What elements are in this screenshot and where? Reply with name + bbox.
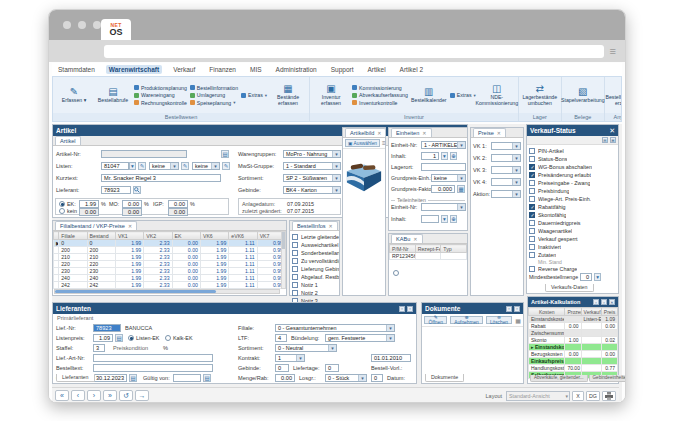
dokumente-öffnen-button[interactable]: ✎ Öffnen bbox=[424, 316, 447, 324]
layout-select[interactable]: Standard-Ansicht bbox=[506, 391, 570, 401]
einheit-nr-select[interactable]: 1 - ARTIKELEINH... bbox=[421, 141, 466, 149]
tab-filialbestand[interactable]: Filialbestand / VKP-Preise✕ bbox=[55, 221, 137, 230]
nav-first-button[interactable]: « bbox=[55, 390, 69, 401]
tab-kabu[interactable]: KABu✕ bbox=[391, 234, 423, 243]
menu-item-administration[interactable]: Administration bbox=[273, 65, 320, 74]
verkaufs-daten-button[interactable]: Verkaufs-Daten bbox=[545, 284, 594, 292]
checkbox[interactable] bbox=[529, 266, 535, 272]
steuer-r2v2-field[interactable]: 0.00 bbox=[122, 208, 142, 216]
calculator-icon[interactable]: ▦ bbox=[457, 185, 465, 193]
lieferant-field[interactable]: 78923 bbox=[101, 186, 131, 194]
menu-icon[interactable]: ≡ bbox=[382, 140, 386, 146]
gebinde-select[interactable]: BK4 - Karton bbox=[283, 186, 341, 194]
status-item-skontofähig[interactable]: Skontofähig bbox=[527, 211, 618, 219]
column-header-filiale[interactable]: Filiale bbox=[59, 232, 87, 240]
menu-item-artikel[interactable]: Artikel bbox=[365, 65, 389, 74]
te-einheit-select[interactable] bbox=[421, 203, 466, 211]
status-item-zutaten[interactable]: Zutaten bbox=[527, 251, 618, 259]
checkbox[interactable] bbox=[529, 196, 535, 202]
checkbox[interactable] bbox=[292, 274, 298, 280]
steuer-v1-field[interactable]: 1.99 bbox=[79, 200, 99, 208]
auswaehlen-button[interactable]: ▣ Auswählen bbox=[345, 139, 380, 147]
column-header-rezept-fert-[interactable]: Rezept-Fert. bbox=[415, 245, 441, 253]
menu-item-stammdaten[interactable]: Stammdaten bbox=[55, 65, 98, 74]
kalk-row-einkaufspreis[interactable]: Einkaufspreis bbox=[529, 358, 618, 365]
close-tab-icon[interactable]: ✕ bbox=[497, 130, 501, 136]
add-icon[interactable]: ⊕ bbox=[450, 152, 457, 160]
status-item-pin-artikel[interactable]: PIN-Artikel bbox=[527, 147, 618, 155]
lief-art-field[interactable] bbox=[93, 354, 213, 362]
tab-bestellinfos[interactable]: Bestellinfos✕ bbox=[292, 221, 338, 230]
gueltig-von-field[interactable] bbox=[173, 374, 201, 382]
column-header-prozent[interactable]: Prozent bbox=[565, 308, 581, 316]
spinner-icon[interactable]: ▾ bbox=[594, 273, 601, 281]
bestellinfo-item-zu-vervollständigen[interactable]: Zu vervollständigen bbox=[290, 257, 339, 265]
unit-button[interactable]: ▾ bbox=[441, 215, 448, 223]
ribbon-button-bestände-erfassen[interactable]: ▦Bestände erfassen bbox=[270, 84, 306, 106]
column-header-kosten[interactable]: Kosten bbox=[529, 308, 565, 316]
note-icon[interactable]: ▤ bbox=[221, 150, 229, 158]
checkbox[interactable] bbox=[529, 236, 535, 242]
grundpreis-einheit-select[interactable]: keine bbox=[431, 174, 466, 182]
menu-item-verkauf[interactable]: Verkauf bbox=[170, 65, 198, 74]
ribbon-small-wareneingang[interactable]: Wareneingang bbox=[134, 92, 187, 98]
losgr-select[interactable]: 0 - Stück bbox=[325, 374, 367, 382]
status-item-reverse-charge[interactable]: Reverse Charge bbox=[527, 265, 618, 273]
ribbon-small-umlagerung[interactable]: Umlagerung bbox=[190, 92, 238, 98]
menu-item-support[interactable]: Support bbox=[328, 65, 357, 74]
maximize-panel-icon[interactable]: ▫ bbox=[601, 299, 607, 305]
calendar-icon[interactable]: ▤ bbox=[115, 334, 123, 342]
dokumente-aufnehmen-button[interactable]: ⊕ Aufnehmen bbox=[450, 316, 482, 324]
kabu-table[interactable]: P/M-NrRezept-Fert.TypRP1234567 bbox=[389, 244, 467, 260]
ribbon-small-kommissionierung[interactable]: Kommissionierung bbox=[352, 85, 408, 91]
listenpreis-field[interactable]: 1.09 bbox=[93, 334, 113, 342]
tab-einheiten[interactable]: Einheiten✕ bbox=[391, 128, 432, 137]
column-header-p-m-nr[interactable]: P/M-Nr bbox=[390, 245, 416, 253]
traffic-lights[interactable] bbox=[63, 21, 101, 29]
checkbox[interactable] bbox=[292, 258, 298, 264]
nav-refresh-button[interactable]: ↺ bbox=[119, 390, 133, 401]
menu-item-artikel-2[interactable]: Artikel 2 bbox=[397, 65, 426, 74]
ribbon-button-stapelverarbeitung[interactable]: ▧Stapelverarbeitung bbox=[565, 87, 601, 104]
nav-last-button[interactable]: » bbox=[103, 390, 117, 401]
checkbox[interactable] bbox=[529, 244, 535, 250]
kabu-radio[interactable] bbox=[393, 270, 399, 276]
checkbox[interactable] bbox=[529, 252, 535, 258]
bestellinfo-item-lieferung-gebinde[interactable]: Lieferung Gebinde bbox=[290, 265, 339, 273]
gueltig-bis-field[interactable]: 30.12.2023 bbox=[93, 374, 127, 382]
ribbon-small-inventurkontrolle[interactable]: Inventurkontrolle bbox=[352, 100, 408, 106]
kalk-ek-radio[interactable] bbox=[165, 335, 171, 341]
minimize-panel-icon[interactable]: ▫ bbox=[506, 306, 512, 312]
ribbon-button-bestellvorschläge-erzeugen[interactable]: ◳Bestellvorschläge erzeugen bbox=[608, 84, 622, 106]
mwst-select[interactable]: 1 - Standard bbox=[283, 162, 341, 170]
ribbon-button-lagerbestände-umbuchen[interactable]: ⇄Lagerbestände umbuchen bbox=[522, 84, 558, 106]
lagerort-field[interactable] bbox=[421, 163, 466, 171]
ribbon-small-speiseplanung[interactable]: Speiseplanung▾ bbox=[190, 100, 238, 106]
checkbox[interactable] bbox=[529, 220, 535, 226]
column-header-preis[interactable]: Preis bbox=[601, 308, 617, 316]
nav-go-button[interactable]: → bbox=[135, 390, 149, 401]
kalkulation-table[interactable]: KostenProzentVerkaufPreisEinstandskosten… bbox=[528, 307, 618, 379]
tab-artikelbild[interactable]: Artikelbild✕ bbox=[345, 128, 386, 137]
dokumente-footer-tab[interactable]: Dokumente bbox=[425, 374, 464, 382]
checkbox[interactable] bbox=[529, 172, 535, 178]
lief-sortiment-select[interactable]: 0 - Neutral bbox=[275, 344, 337, 352]
dokumente-löschen-button[interactable]: ⊖ Löschen bbox=[486, 316, 513, 324]
kontrakt-select[interactable]: 1 bbox=[275, 354, 305, 362]
checkbox[interactable] bbox=[529, 188, 535, 194]
maximize-panel-icon[interactable]: ▫ bbox=[407, 306, 413, 312]
kalk-row-skonto[interactable]: Skonto1.000.02 bbox=[529, 337, 618, 344]
table-row[interactable]: 2302301.992.330.001.991.110.99 bbox=[54, 268, 286, 275]
browser-menu-icon[interactable]: ≡ bbox=[610, 46, 616, 57]
vorlauf-field[interactable]: 0 bbox=[371, 374, 383, 382]
bestellinfo-item-abgelauf-restbestände[interactable]: Abgelauf. Restbestände bbox=[290, 273, 339, 281]
status-item-status-bons[interactable]: Status-Bons bbox=[527, 155, 618, 163]
checkbox[interactable] bbox=[529, 204, 535, 210]
checkbox[interactable] bbox=[292, 282, 298, 288]
edit-icon[interactable]: ✎ bbox=[181, 162, 189, 170]
sortiment-select[interactable]: SP 2 - Süßwaren bbox=[283, 174, 341, 182]
datum-field[interactable]: 01.01.2010 bbox=[371, 354, 411, 362]
bestellinfo-item-notiz-1[interactable]: Notiz 1 bbox=[290, 281, 339, 289]
status-item-wiege-art-preis-einh-[interactable]: Wiege-Art. Preis-Einh. bbox=[527, 195, 618, 203]
listen-opt2-select[interactable]: keine bbox=[192, 162, 220, 170]
